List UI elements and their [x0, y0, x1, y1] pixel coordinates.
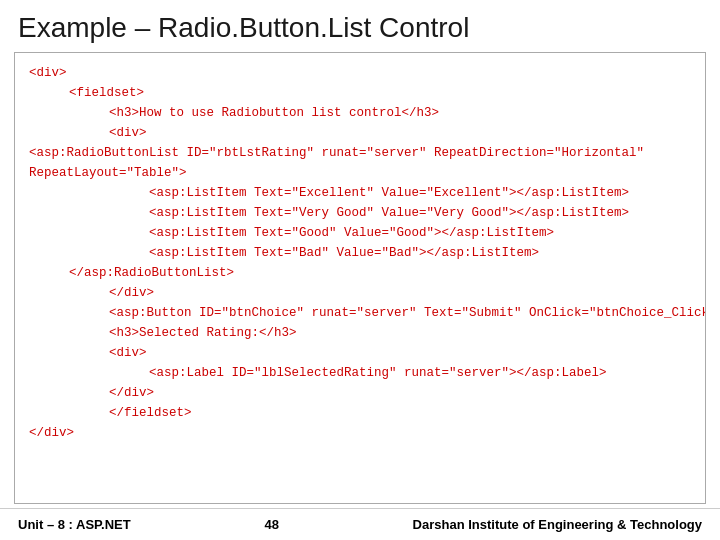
code-line-9: <asp:ListItem Text="Good" Value="Good"><… [29, 223, 691, 243]
code-line-11: </asp:RadioButtonList> [29, 263, 691, 283]
footer-institute: Darshan Institute of Engineering & Techn… [413, 517, 702, 532]
code-line-18: </fieldset> [29, 403, 691, 423]
page: Example – Radio.Button.List Control <div… [0, 0, 720, 540]
code-line-7: <asp:ListItem Text="Excellent" Value="Ex… [29, 183, 691, 203]
code-line-3: <h3>How to use Radiobutton list control<… [29, 103, 691, 123]
code-line-17: </div> [29, 383, 691, 403]
code-line-5: <asp:RadioButtonList ID="rbtLstRating" r… [29, 143, 691, 163]
code-line-16: <asp:Label ID="lblSelectedRating" runat=… [29, 363, 691, 383]
code-line-1: <div> [29, 63, 691, 83]
code-line-15: <div> [29, 343, 691, 363]
code-line-19: </div> [29, 423, 691, 443]
code-line-8: <asp:ListItem Text="Very Good" Value="Ve… [29, 203, 691, 223]
code-line-12: </div> [29, 283, 691, 303]
code-line-13: <asp:Button ID="btnChoice" runat="server… [29, 303, 691, 323]
page-title: Example – Radio.Button.List Control [18, 12, 702, 44]
code-line-2: <fieldset> [29, 83, 691, 103]
code-block: <div> <fieldset> <h3>How to use Radiobut… [14, 52, 706, 504]
footer: Unit – 8 : ASP.NET 48 Darshan Institute … [0, 508, 720, 540]
code-line-6: RepeatLayout="Table"> [29, 163, 691, 183]
code-line-10: <asp:ListItem Text="Bad" Value="Bad"></a… [29, 243, 691, 263]
code-line-14: <h3>Selected Rating:</h3> [29, 323, 691, 343]
code-line-4: <div> [29, 123, 691, 143]
header: Example – Radio.Button.List Control [0, 0, 720, 52]
footer-unit: Unit – 8 : ASP.NET [18, 517, 131, 532]
footer-page-number: 48 [264, 517, 278, 532]
